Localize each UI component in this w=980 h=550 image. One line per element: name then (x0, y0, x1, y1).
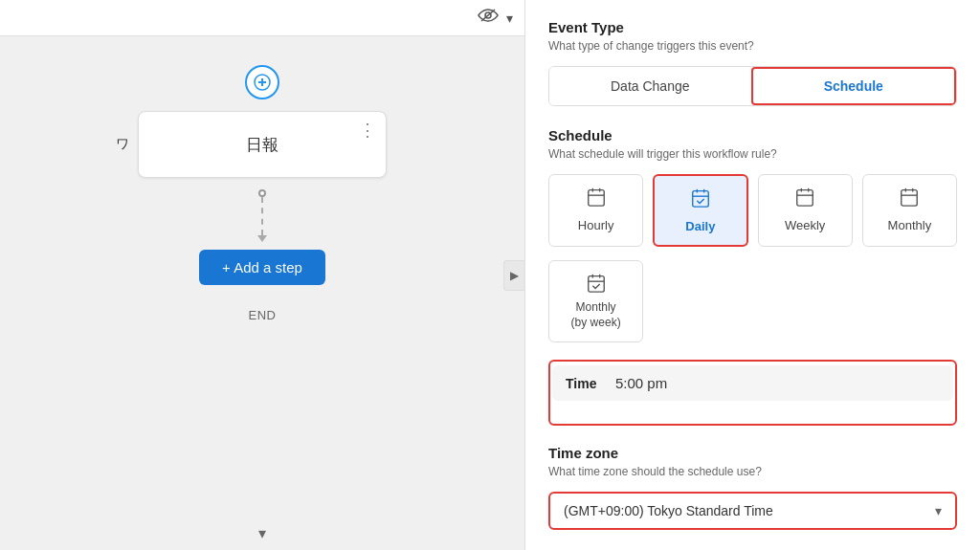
node-menu-icon[interactable]: ⋮ (359, 120, 376, 141)
timezone-title: Time zone (548, 445, 957, 461)
svg-rect-21 (588, 276, 604, 293)
schedule-option-monthly-by-week[interactable]: Monthly (by week) (548, 260, 643, 342)
schedule-option-monthly[interactable]: Monthly (862, 174, 957, 247)
weekly-icon (794, 187, 815, 212)
top-bar: ▾ (0, 0, 524, 36)
time-row: Time (552, 365, 953, 401)
schedule-title: Schedule (548, 127, 957, 143)
add-step-button[interactable]: + Add a step (199, 250, 325, 285)
svg-rect-9 (693, 191, 709, 208)
daily-label: Daily (685, 219, 715, 233)
add-step-label: + Add a step (222, 259, 302, 275)
schedule-option-hourly[interactable]: Hourly (548, 174, 643, 247)
hourly-icon (586, 187, 607, 212)
schedule-button[interactable]: Schedule (751, 67, 957, 105)
timezone-dropdown[interactable]: (GMT+09:00) Tokyo Standard Time ▾ (548, 492, 957, 530)
workflow-node: ワ 日報 ⋮ (138, 111, 387, 178)
monthly-by-week-icon (586, 273, 607, 297)
eye-icon[interactable] (478, 8, 499, 28)
schedule-desc: What schedule will trigger this workflow… (548, 147, 957, 161)
hourly-label: Hourly (578, 218, 614, 232)
workflow-content: ワ 日報 ⋮ + Add a step END (0, 36, 524, 550)
add-node-button[interactable] (245, 65, 279, 99)
svg-rect-17 (902, 190, 918, 207)
connector-arrow (257, 235, 267, 242)
event-type-toggle: Data Change Schedule (548, 66, 957, 106)
data-change-button[interactable]: Data Change (549, 67, 751, 105)
time-label: Time (566, 376, 600, 391)
connector-line (261, 197, 263, 235)
event-type-title: Event Type (548, 19, 957, 35)
svg-rect-13 (797, 190, 813, 207)
bottom-bar: ▾ (0, 517, 524, 550)
node-left-char: ワ (116, 136, 129, 153)
schedule-option-daily[interactable]: Daily (653, 174, 747, 247)
schedule-section: Schedule What schedule will trigger this… (548, 127, 957, 342)
weekly-label: Weekly (785, 218, 825, 232)
schedule-option-weekly[interactable]: Weekly (758, 174, 853, 247)
schedule-grid: Hourly Daily (548, 174, 957, 247)
chevron-down-icon[interactable]: ▾ (506, 11, 513, 26)
daily-icon (690, 187, 711, 213)
monthly-by-week-label: Monthly (by week) (571, 300, 621, 330)
right-panel: Event Type What type of change triggers … (524, 0, 980, 550)
schedule-grid-bottom: Monthly (by week) (548, 260, 957, 342)
bottom-chevron-icon[interactable]: ▾ (258, 524, 266, 542)
end-label: END (249, 308, 277, 322)
monthly-label: Monthly (888, 218, 932, 232)
top-bar-icons: ▾ (478, 8, 513, 28)
time-container: Time (548, 360, 957, 426)
connector (257, 189, 267, 242)
timezone-value: (GMT+09:00) Tokyo Standard Time (564, 503, 773, 518)
splitter-arrow-icon: ▶ (510, 269, 519, 282)
timezone-chevron-icon: ▾ (935, 503, 942, 518)
time-input[interactable] (615, 375, 940, 391)
timezone-desc: What time zone should the schedule use? (548, 465, 957, 478)
connector-dot (258, 189, 266, 197)
event-type-desc: What type of change triggers this event? (548, 39, 957, 53)
node-title: 日報 (246, 134, 278, 156)
monthly-icon (899, 187, 920, 212)
svg-rect-5 (588, 190, 604, 207)
panel-splitter[interactable]: ▶ (503, 260, 524, 291)
event-type-section: Event Type What type of change triggers … (548, 19, 957, 106)
left-panel: ▾ ワ 日報 ⋮ + Add a step END ▶ (0, 0, 524, 550)
timezone-section: Time zone What time zone should the sche… (548, 445, 957, 530)
